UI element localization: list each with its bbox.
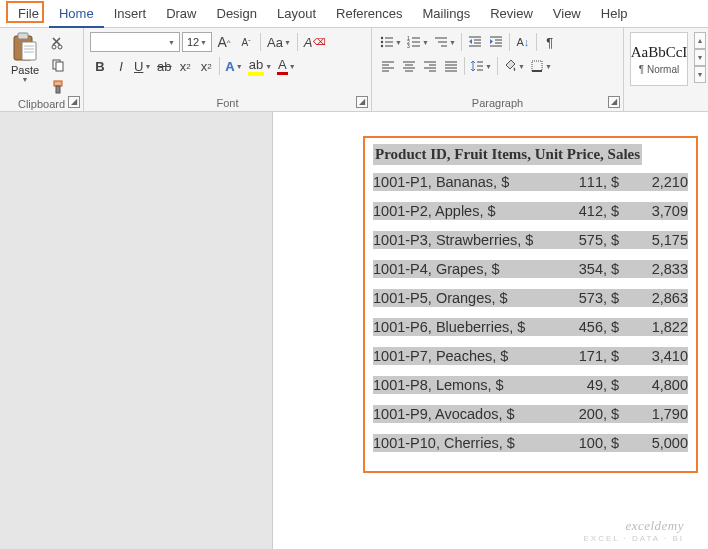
svg-rect-10: [54, 81, 62, 86]
tab-mailings[interactable]: Mailings: [413, 0, 481, 28]
navigation-pane[interactable]: [0, 112, 273, 549]
group-font: ▼ 12▼ A^ Aˇ Aa▼ A⌫ B I U▼ ab x2 x2 A▼ ab…: [84, 28, 372, 111]
data-row: 1001-P10, Cherries, $100, $5,000: [373, 434, 688, 452]
font-name-combo[interactable]: ▼: [90, 32, 180, 52]
underline-button[interactable]: U▼: [132, 56, 153, 76]
svg-rect-9: [56, 62, 63, 71]
ribbon: Paste ▼ Clipboard ◢ ▼ 12▼ A^ Aˇ Aa▼ A⌫: [0, 28, 708, 112]
line-spacing-button[interactable]: ▼: [468, 56, 494, 76]
styles-expand[interactable]: ▾: [694, 66, 706, 83]
multilevel-list-button[interactable]: ▼: [432, 32, 458, 52]
numbering-button[interactable]: 123▼: [405, 32, 431, 52]
line-spacing-icon: [470, 59, 484, 73]
paragraph-launcher[interactable]: ◢: [608, 96, 620, 108]
italic-button[interactable]: I: [111, 56, 131, 76]
justify-icon: [444, 60, 458, 72]
change-case-button[interactable]: Aa▼: [265, 32, 293, 52]
data-row: 1001-P9, Avocados, $200, $1,790: [373, 405, 688, 423]
tab-layout[interactable]: Layout: [267, 0, 326, 28]
watermark: exceldemy EXCEL · DATA · BI: [583, 518, 684, 543]
tab-references[interactable]: References: [326, 0, 412, 28]
align-center-icon: [402, 60, 416, 72]
document-page[interactable]: Product ID, Fruit Items, Unit Price, Sal…: [273, 112, 708, 549]
clear-formatting-button[interactable]: A⌫: [302, 32, 328, 52]
svg-rect-54: [532, 61, 542, 71]
borders-icon: [530, 59, 544, 73]
tab-draw[interactable]: Draw: [156, 0, 206, 28]
grow-font-button[interactable]: A^: [214, 32, 234, 52]
borders-button[interactable]: ▼: [528, 56, 554, 76]
data-row: 1001-P5, Oranges, $573, $2,863: [373, 289, 688, 307]
shrink-font-button[interactable]: Aˇ: [236, 32, 256, 52]
increase-indent-button[interactable]: [486, 32, 506, 52]
tab-view[interactable]: View: [543, 0, 591, 28]
bold-button[interactable]: B: [90, 56, 110, 76]
paste-icon: [12, 32, 38, 62]
copy-button[interactable]: [48, 56, 68, 74]
styles-scroll-up[interactable]: ▴: [694, 32, 706, 49]
svg-rect-11: [56, 86, 60, 93]
tab-review[interactable]: Review: [480, 0, 543, 28]
tab-insert[interactable]: Insert: [104, 0, 157, 28]
clipboard-group-label: Clipboard: [6, 96, 77, 110]
align-left-button[interactable]: [378, 56, 398, 76]
font-launcher[interactable]: ◢: [356, 96, 368, 108]
decrease-indent-button[interactable]: [465, 32, 485, 52]
svg-rect-2: [22, 42, 36, 60]
style-sample-text: AaBbCcI: [631, 44, 688, 61]
font-size-combo[interactable]: 12▼: [182, 32, 212, 52]
data-row: 1001-P6, Blueberries, $456, $1,822: [373, 318, 688, 336]
data-row: 1001-P8, Lemons, $49, $4,800: [373, 376, 688, 394]
svg-point-12: [381, 37, 383, 39]
font-group-label: Font: [90, 95, 365, 109]
format-painter-button[interactable]: [48, 78, 68, 96]
data-row: 1001-P4, Grapes, $354, $2,833: [373, 260, 688, 278]
group-clipboard: Paste ▼ Clipboard ◢: [0, 28, 84, 111]
tab-home[interactable]: Home: [49, 0, 104, 28]
cut-button[interactable]: [48, 34, 68, 52]
shading-button[interactable]: ▼: [501, 56, 527, 76]
paste-button[interactable]: Paste ▼: [6, 32, 44, 83]
sort-button[interactable]: A↓: [513, 32, 533, 52]
strikethrough-button[interactable]: ab: [154, 56, 174, 76]
copy-icon: [51, 58, 65, 72]
multilevel-icon: [434, 35, 448, 49]
text-effects-button[interactable]: A▼: [223, 56, 244, 76]
styles-scrollbar: ▴ ▾ ▾: [694, 32, 706, 83]
justify-button[interactable]: [441, 56, 461, 76]
data-row: 1001-P1, Bananas, $111, $2,210: [373, 173, 688, 191]
data-row: 1001-P7, Peaches, $171, $3,410: [373, 347, 688, 365]
bullets-button[interactable]: ▼: [378, 32, 404, 52]
show-marks-button[interactable]: ¶: [540, 32, 560, 52]
styles-scroll-down[interactable]: ▾: [694, 49, 706, 66]
ribbon-tabs: File Home Insert Draw Design Layout Refe…: [0, 0, 708, 28]
align-right-icon: [423, 60, 437, 72]
svg-text:3: 3: [407, 43, 410, 49]
style-name-text: ¶ Normal: [639, 64, 679, 75]
paragraph-group-label: Paragraph: [378, 95, 617, 109]
paste-label: Paste: [11, 64, 39, 76]
tab-design[interactable]: Design: [207, 0, 267, 28]
align-right-button[interactable]: [420, 56, 440, 76]
svg-point-16: [381, 45, 383, 47]
highlight-button[interactable]: ab▼: [246, 56, 274, 76]
svg-point-6: [52, 45, 56, 49]
bucket-icon: [503, 59, 517, 73]
tab-file[interactable]: File: [8, 0, 49, 28]
outdent-icon: [468, 35, 482, 49]
subscript-button[interactable]: x2: [175, 56, 195, 76]
superscript-button[interactable]: x2: [196, 56, 216, 76]
numbering-icon: 123: [407, 35, 421, 49]
style-normal[interactable]: AaBbCcI ¶ Normal: [630, 32, 688, 86]
brush-icon: [51, 80, 65, 94]
align-center-button[interactable]: [399, 56, 419, 76]
svg-point-14: [381, 41, 383, 43]
document-area: Product ID, Fruit Items, Unit Price, Sal…: [0, 112, 708, 549]
tab-help[interactable]: Help: [591, 0, 638, 28]
bullets-icon: [380, 35, 394, 49]
font-color-button[interactable]: A▼: [275, 56, 298, 76]
data-row: 1001-P3, Strawberries, $575, $5,175: [373, 231, 688, 249]
cut-icon: [51, 36, 65, 50]
clipboard-launcher[interactable]: ◢: [68, 96, 80, 108]
data-row: 1001-P2, Apples, $412, $3,709: [373, 202, 688, 220]
